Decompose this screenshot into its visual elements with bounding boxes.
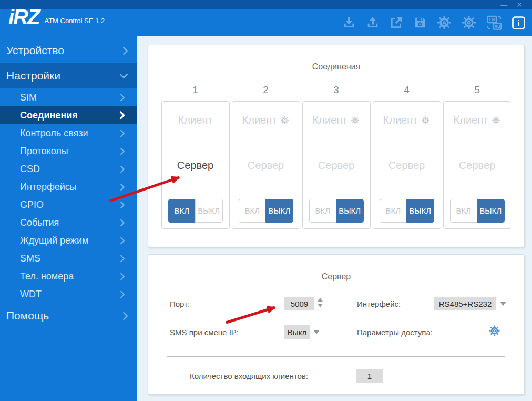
sidebar-item-settings[interactable]: Настройки (0, 63, 137, 88)
sidebar-item-label: Ждущий режим (20, 235, 88, 246)
sidebar-item-help[interactable]: Помощь (0, 303, 137, 328)
app-header: iRZ ATM Control SE 1.2 A EN (0, 9, 532, 36)
language-toggle-icon[interactable]: EN RU (486, 14, 503, 31)
sidebar-item-gpio[interactable]: GPIO (0, 196, 137, 214)
sidebar-item-wdt[interactable]: WDT (0, 285, 137, 303)
sidebar-item-connections[interactable]: Соединения (0, 106, 137, 124)
dropdown-arrow-icon[interactable] (500, 302, 506, 306)
connection-number: 5 (443, 84, 511, 96)
toggle-on[interactable]: ВКЛ (309, 199, 336, 223)
sidebar-item-label: События (20, 217, 59, 228)
connection-card-4: Клиент Сервер ВКЛ ВЫКЛ (373, 101, 441, 229)
sidebar-nav: Устройство Настройки SIM Соединения Конт… (0, 36, 137, 401)
gear-a-letter: A (442, 19, 446, 27)
sidebar-item-sim[interactable]: SIM (0, 88, 137, 106)
external-link-icon[interactable] (389, 15, 404, 30)
toggle-off[interactable]: ВЫКЛ (477, 199, 505, 223)
close-button[interactable]: ✕ (516, 1, 523, 8)
sidebar-item-phone-numbers[interactable]: Тел. номера (0, 267, 137, 285)
sidebar-item-link-control[interactable]: Контроль связи (0, 124, 137, 142)
info-icon[interactable]: i (511, 16, 526, 30)
client-settings-gear-icon[interactable] (280, 116, 289, 125)
on-off-toggle[interactable]: ВКЛ ВЫКЛ (239, 199, 293, 223)
connection-number: 4 (373, 84, 441, 96)
sidebar-item-label: Устройство (6, 44, 64, 57)
on-off-toggle[interactable]: ВКЛ ВЫКЛ (309, 199, 364, 223)
sidebar-item-interfaces[interactable]: Интерфейсы (0, 178, 137, 196)
chevron-right-icon (120, 237, 125, 245)
interface-label: Интерфейс: (357, 299, 401, 308)
sidebar-item-csd[interactable]: CSD (0, 160, 137, 178)
port-input[interactable]: 5009 (284, 297, 314, 310)
sidebar-item-sms[interactable]: SMS (0, 249, 137, 267)
spinner-down-icon[interactable] (318, 304, 323, 307)
client-mode-option[interactable]: Клиент (232, 114, 300, 126)
interface-dropdown[interactable]: RS485+RS232 (434, 297, 496, 310)
chevron-right-icon (120, 129, 125, 137)
client-settings-gear-icon[interactable] (421, 116, 430, 125)
port-label: Порт: (170, 299, 190, 308)
download-icon[interactable] (342, 15, 356, 30)
save-icon[interactable] (413, 15, 427, 30)
connection-card-1: Клиент Сервер ВКЛ ВЫКЛ (161, 101, 230, 229)
sidebar-item-label: SMS (20, 253, 40, 264)
chevron-down-icon (119, 73, 128, 79)
toggle-on[interactable]: ВКЛ (239, 199, 266, 223)
spinner-up-icon[interactable] (318, 298, 323, 302)
client-mode-option[interactable]: Клиент (444, 114, 511, 126)
settings-gear-icon[interactable] (461, 15, 477, 31)
section-divider (167, 356, 505, 357)
server-mode-option[interactable]: Сервер (162, 159, 229, 172)
toggle-off[interactable]: ВЫКЛ (336, 199, 364, 223)
toggle-off[interactable]: ВЫКЛ (195, 199, 223, 223)
chevron-right-icon (119, 111, 125, 119)
access-params-gear-icon[interactable] (488, 325, 500, 339)
sidebar-item-protocols[interactable]: Протоколы (0, 142, 137, 160)
sidebar-item-label: SIM (20, 92, 37, 103)
dropdown-arrow-icon[interactable] (313, 330, 320, 334)
chevron-right-icon (120, 183, 125, 191)
server-mode-option[interactable]: Сервер (232, 159, 300, 172)
toggle-on[interactable]: ВКЛ (380, 199, 407, 223)
toggle-off[interactable]: ВЫКЛ (265, 199, 293, 223)
minimize-button[interactable]: — (500, 2, 507, 8)
main-content: Соединения 1 2 3 4 5 Клиент Сервер ВКЛ В… (137, 36, 532, 401)
sidebar-item-device[interactable]: Устройство (0, 38, 137, 63)
client-mode-option[interactable]: Клиент (162, 114, 229, 126)
client-settings-gear-icon[interactable] (351, 116, 360, 125)
incoming-clients-input[interactable]: 1 (356, 369, 383, 383)
upload-icon[interactable] (365, 15, 380, 30)
sidebar-item-events[interactable]: События (0, 214, 137, 232)
toggle-on[interactable]: ВКЛ (168, 199, 196, 223)
on-off-toggle[interactable]: ВКЛ ВЫКЛ (380, 199, 434, 223)
client-mode-label: Клиент (383, 114, 418, 126)
on-off-toggle[interactable]: ВКЛ ВЫКЛ (168, 199, 223, 223)
port-spinner[interactable] (318, 298, 323, 307)
sms-on-ip-change-dropdown[interactable]: Выкл (284, 325, 310, 339)
client-settings-gear-icon[interactable] (492, 116, 500, 125)
client-mode-label: Клиент (178, 114, 213, 126)
sidebar-item-standby-mode[interactable]: Ждущий режим (0, 232, 137, 249)
connection-card-3: Клиент Сервер ВКЛ ВЫКЛ (302, 101, 371, 229)
auto-settings-gear-icon[interactable]: A (436, 15, 452, 31)
connection-card-2: Клиент Сервер ВКЛ ВЫКЛ (232, 101, 300, 229)
mode-divider (449, 146, 506, 146)
connection-number: 1 (161, 84, 230, 96)
server-mode-option[interactable]: Сервер (303, 159, 370, 172)
sidebar-item-label: WDT (20, 289, 42, 300)
client-mode-label: Клиент (313, 114, 347, 126)
chevron-right-icon (120, 290, 125, 298)
sidebar-item-label: Тел. номера (20, 271, 74, 282)
client-mode-option[interactable]: Клиент (373, 114, 441, 126)
connection-cards-row: Клиент Сервер ВКЛ ВЫКЛ Клиент Сервер ВКЛ (148, 101, 524, 229)
on-off-toggle[interactable]: ВКЛ ВЫКЛ (450, 199, 505, 223)
server-panel-title: Сервер (148, 272, 524, 282)
sidebar-item-label: Интерфейсы (20, 182, 77, 193)
toggle-off[interactable]: ВЫКЛ (406, 199, 434, 223)
toggle-on[interactable]: ВКЛ (450, 199, 477, 223)
server-mode-option[interactable]: Сервер (373, 159, 441, 172)
connections-panel: Соединения 1 2 3 4 5 Клиент Сервер ВКЛ В… (148, 45, 525, 247)
chevron-right-icon (120, 201, 125, 209)
server-mode-option[interactable]: Сервер (444, 159, 511, 172)
client-mode-option[interactable]: Клиент (303, 114, 370, 126)
